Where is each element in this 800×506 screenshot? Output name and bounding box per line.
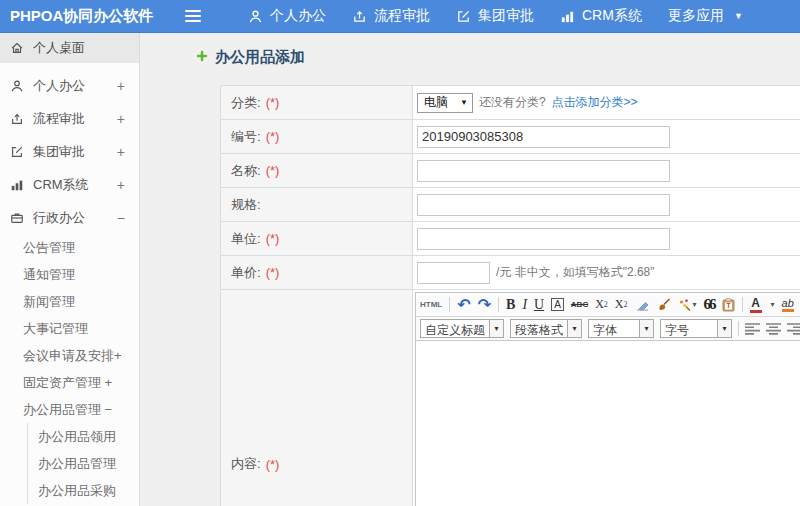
topnav-label: 流程审批 — [374, 7, 430, 25]
sidebar-item-fixed-assets-mgmt[interactable]: 固定资产管理 + — [0, 369, 139, 396]
menu-icon[interactable] — [183, 6, 209, 26]
price-note: /元 非中文，如填写格式"2.68" — [496, 264, 655, 281]
sidebar-item-personal-office[interactable]: 个人办公 + — [0, 69, 139, 102]
add-supply-form: 分类: (*) 电脑 ▼ 还没有分类? 点击添加分类>> — [220, 85, 800, 506]
caret-down-icon: ▼ — [734, 11, 743, 21]
undo-icon[interactable]: ↶ — [457, 297, 470, 313]
briefcase-icon — [10, 211, 25, 225]
editor-toolbar-row2: 自定义标题 ▾ 段落格式 ▾ 字体 ▾ — [416, 317, 800, 341]
svg-text:T: T — [726, 302, 730, 309]
expand-plus[interactable]: + — [117, 177, 125, 193]
required-mark: (*) — [266, 265, 280, 280]
eraser-icon[interactable] — [635, 299, 650, 311]
sidebar-item-personal-desktop[interactable]: 个人桌面 — [0, 33, 139, 63]
topnav-more-apps[interactable]: 更多应用 ▼ — [655, 7, 756, 25]
page-title-text: 办公用品添加 — [215, 48, 305, 67]
align-right-icon[interactable] — [787, 322, 800, 335]
sidebar-item-label: 行政办公 — [33, 209, 85, 227]
editor-content-area[interactable] — [416, 341, 800, 506]
toolbar-separator — [449, 297, 450, 312]
sidebar-item-label: 大事记管理 — [23, 320, 88, 338]
rich-text-editor: HTML ↶ ↷ B I U A ABC X2 — [415, 292, 800, 506]
price-label: 单价: — [231, 264, 261, 282]
person-icon — [248, 9, 263, 24]
required-mark: (*) — [266, 231, 280, 246]
topnav-crm-system[interactable]: CRM系统 — [547, 7, 655, 25]
edit-square-icon — [456, 9, 471, 24]
sidebar-item-news-mgmt[interactable]: 新闻管理 — [0, 288, 139, 315]
sidebar-item-supplies-purchase[interactable]: 办公用品采购 — [28, 477, 139, 504]
blockquote-button[interactable]: 66 — [704, 296, 715, 313]
required-mark: (*) — [266, 457, 280, 472]
font-border-button[interactable]: A — [551, 298, 564, 311]
paste-text-icon[interactable]: T — [722, 298, 735, 312]
format-brush-icon[interactable] — [657, 298, 671, 311]
sidebar-item-workflow-approval[interactable]: 流程审批 + — [0, 102, 139, 135]
category-select-value: 电脑 — [418, 94, 456, 111]
superscript-button[interactable]: X2 — [595, 297, 608, 312]
sidebar-item-crm-system[interactable]: CRM系统 + — [0, 168, 139, 201]
font-family-select[interactable]: 字体 ▾ — [588, 319, 654, 338]
form-row-name: 名称: (*) — [221, 154, 800, 188]
flow-icon — [10, 112, 25, 126]
add-plus-icon — [195, 49, 209, 66]
font-color-button[interactable]: A — [750, 297, 762, 313]
topnav-group-approval[interactable]: 集团审批 — [443, 7, 547, 25]
subscript-button[interactable]: X2 — [615, 297, 628, 312]
code-label: 编号: — [231, 128, 261, 146]
expand-plus[interactable]: + — [117, 111, 125, 127]
custom-title-select[interactable]: 自定义标题 ▾ — [420, 319, 504, 338]
topnav-personal-office[interactable]: 个人办公 — [235, 7, 339, 25]
sidebar-item-office-supplies-mgmt-group[interactable]: 办公用品管理 − — [0, 396, 139, 423]
content-label: 内容: — [231, 455, 261, 473]
italic-button[interactable]: I — [522, 297, 527, 313]
category-select[interactable]: 电脑 ▼ — [417, 93, 473, 113]
sidebar-item-label: 办公用品管理 − — [23, 401, 112, 419]
redo-icon[interactable]: ↷ — [478, 297, 491, 313]
expand-minus[interactable]: − — [117, 210, 125, 226]
form-row-category: 分类: (*) 电脑 ▼ 还没有分类? 点击添加分类>> — [221, 86, 800, 120]
sidebar-item-admin-office[interactable]: 行政办公 − — [0, 201, 139, 234]
strikethrough-button[interactable]: ABC — [571, 300, 588, 309]
bold-button[interactable]: B — [506, 297, 515, 313]
auto-typeset-icon[interactable]: ▾ — [678, 298, 697, 311]
toolbar-separator — [498, 297, 499, 312]
required-mark: (*) — [266, 163, 280, 178]
sidebar-item-label: 公告管理 — [23, 239, 75, 257]
code-input[interactable] — [417, 126, 670, 148]
sidebar-item-supplies-manage[interactable]: 办公用品管理 — [28, 450, 139, 477]
name-input[interactable] — [417, 160, 670, 182]
bar-chart-icon — [10, 178, 25, 192]
sidebar-item-meeting-request[interactable]: 会议申请及安排+ — [0, 342, 139, 369]
sidebar-item-announcement-mgmt[interactable]: 公告管理 — [0, 234, 139, 261]
expand-plus[interactable]: + — [117, 78, 125, 94]
align-left-icon[interactable] — [745, 322, 760, 335]
topnav-label: CRM系统 — [582, 7, 642, 25]
sidebar-item-supplies-receive[interactable]: 办公用品领用 — [28, 423, 139, 450]
font-size-select[interactable]: 字号 ▾ — [660, 319, 732, 338]
align-center-icon[interactable] — [766, 322, 781, 335]
sidebar-item-notice-mgmt[interactable]: 通知管理 — [0, 261, 139, 288]
flow-icon — [352, 9, 367, 24]
highlight-color-button[interactable]: ab — [782, 297, 794, 312]
toolbar-separator — [738, 321, 739, 336]
sidebar-item-memorabilia-mgmt[interactable]: 大事记管理 — [0, 315, 139, 342]
select-arrow-icon: ▾ — [567, 320, 581, 337]
paragraph-format-select[interactable]: 段落格式 ▾ — [510, 319, 582, 338]
sidebar-subsub-group: 办公用品领用 办公用品管理 办公用品采购 — [27, 423, 139, 504]
home-icon — [10, 41, 25, 55]
spec-input[interactable] — [417, 194, 670, 216]
unit-input[interactable] — [417, 228, 670, 250]
sidebar-item-label: 办公用品管理 — [38, 455, 116, 473]
price-input[interactable] — [417, 262, 490, 284]
unit-label: 单位: — [231, 230, 261, 248]
sidebar-item-group-approval[interactable]: 集团审批 + — [0, 135, 139, 168]
add-category-link[interactable]: 点击添加分类>> — [552, 94, 638, 111]
bar-chart-icon — [560, 9, 575, 24]
expand-plus[interactable]: + — [117, 144, 125, 160]
topnav-workflow-approval[interactable]: 流程审批 — [339, 7, 443, 25]
caret-down-icon: ▾ — [693, 300, 697, 309]
form-row-unit: 单位: (*) — [221, 222, 800, 256]
underline-button[interactable]: U — [534, 297, 544, 313]
source-code-button[interactable]: HTML — [420, 300, 442, 309]
